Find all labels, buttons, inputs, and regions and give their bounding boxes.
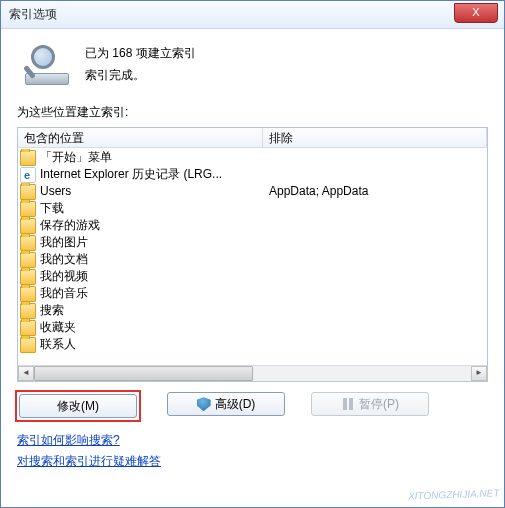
- list-header: 包含的位置 排除: [18, 128, 487, 148]
- item-name: 搜索: [40, 302, 64, 319]
- content-area: 已为 168 项建立索引 索引完成。 为这些位置建立索引: 包含的位置 排除 「…: [1, 29, 504, 507]
- list-item[interactable]: 搜索: [20, 302, 485, 319]
- link-how-affects-search[interactable]: 索引如何影响搜索?: [17, 433, 120, 447]
- list-item[interactable]: 我的图片: [20, 234, 485, 251]
- titlebar: 索引选项 X: [1, 1, 504, 29]
- list-item[interactable]: 我的音乐: [20, 285, 485, 302]
- pause-label: 暂停(P): [359, 396, 399, 413]
- modify-label: 修改(M): [57, 398, 99, 415]
- close-icon: X: [472, 6, 479, 18]
- list-item[interactable]: 联系人: [20, 336, 485, 353]
- column-excluded[interactable]: 排除: [263, 128, 487, 147]
- window-title: 索引选项: [9, 6, 57, 23]
- item-name: 我的音乐: [40, 285, 88, 302]
- scroll-right-button[interactable]: ►: [471, 366, 487, 381]
- folder-icon: [20, 201, 36, 217]
- help-links: 索引如何影响搜索? 对搜索和索引进行疑难解答: [17, 430, 488, 471]
- pause-button: 暂停(P): [311, 392, 429, 416]
- ie-icon: [20, 167, 36, 183]
- item-name: 下载: [40, 200, 64, 217]
- status-text: 已为 168 项建立索引 索引完成。: [85, 41, 196, 86]
- button-row: 修改(M) 高级(D) 暂停(P): [17, 392, 488, 422]
- list-item[interactable]: 收藏夹: [20, 319, 485, 336]
- scroll-thumb[interactable]: [34, 366, 253, 381]
- shield-icon: [197, 397, 211, 411]
- item-name: 联系人: [40, 336, 76, 353]
- close-button[interactable]: X: [454, 3, 498, 23]
- locations-list: 包含的位置 排除 「开始」菜单Internet Explorer 历史记录 (L…: [17, 127, 488, 382]
- list-item[interactable]: Internet Explorer 历史记录 (LRG...: [20, 166, 485, 183]
- item-name: Users: [40, 183, 71, 200]
- column-included[interactable]: 包含的位置: [18, 128, 263, 147]
- modify-button[interactable]: 修改(M): [19, 394, 137, 418]
- indexing-icon: [25, 45, 69, 85]
- item-name: 我的图片: [40, 234, 88, 251]
- link-troubleshoot[interactable]: 对搜索和索引进行疑难解答: [17, 454, 161, 468]
- status-row: 已为 168 项建立索引 索引完成。: [17, 41, 488, 86]
- item-name: 「开始」菜单: [40, 149, 112, 166]
- list-item[interactable]: UsersAppData; AppData: [20, 183, 485, 200]
- locations-label: 为这些位置建立索引:: [17, 104, 488, 121]
- list-item[interactable]: 下载: [20, 200, 485, 217]
- list-body[interactable]: 「开始」菜单Internet Explorer 历史记录 (LRG...User…: [18, 148, 487, 365]
- item-name: 保存的游戏: [40, 217, 100, 234]
- item-name: 我的文档: [40, 251, 88, 268]
- pause-icon: [341, 397, 355, 411]
- list-item[interactable]: 我的视频: [20, 268, 485, 285]
- status-line2: 索引完成。: [85, 65, 196, 87]
- folder-icon: [20, 252, 36, 268]
- status-line1: 已为 168 项建立索引: [85, 43, 196, 65]
- folder-icon: [20, 337, 36, 353]
- folder-icon: [20, 184, 36, 200]
- folder-icon: [20, 303, 36, 319]
- advanced-label: 高级(D): [215, 396, 256, 413]
- horizontal-scrollbar[interactable]: ◄ ►: [18, 365, 487, 381]
- folder-icon: [20, 235, 36, 251]
- list-item[interactable]: 「开始」菜单: [20, 149, 485, 166]
- folder-icon: [20, 286, 36, 302]
- list-item[interactable]: 我的文档: [20, 251, 485, 268]
- item-exclude: AppData; AppData: [263, 183, 485, 200]
- folder-icon: [20, 150, 36, 166]
- item-name: 我的视频: [40, 268, 88, 285]
- indexing-options-window: 索引选项 X 已为 168 项建立索引 索引完成。 为这些位置建立索引: 包含的…: [0, 0, 505, 508]
- highlight-box: 修改(M): [15, 390, 141, 422]
- scroll-left-button[interactable]: ◄: [18, 366, 34, 381]
- scroll-track[interactable]: [34, 366, 471, 381]
- folder-icon: [20, 218, 36, 234]
- item-name: 收藏夹: [40, 319, 76, 336]
- folder-icon: [20, 320, 36, 336]
- folder-icon: [20, 269, 36, 285]
- advanced-button[interactable]: 高级(D): [167, 392, 285, 416]
- list-item[interactable]: 保存的游戏: [20, 217, 485, 234]
- item-name: Internet Explorer 历史记录 (LRG...: [40, 166, 222, 183]
